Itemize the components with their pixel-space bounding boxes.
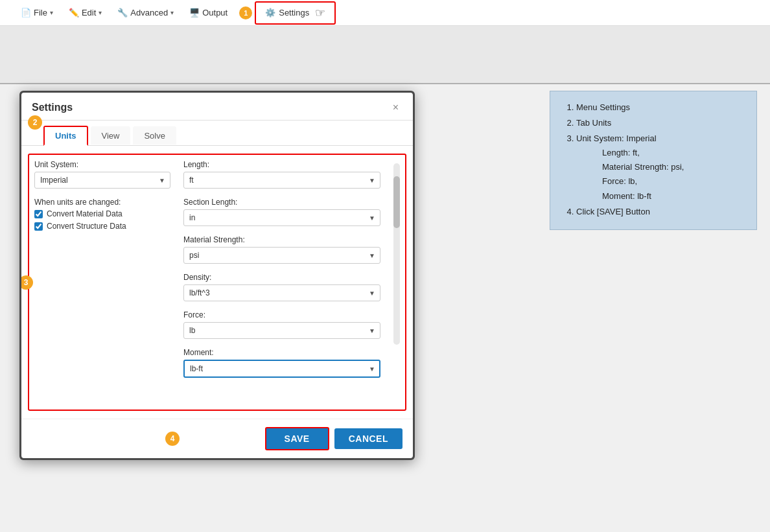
output-icon: 🖥️ xyxy=(189,8,200,17)
dialog-title: Settings xyxy=(32,102,73,113)
convert-structure-text: Convert Structure Data xyxy=(47,222,126,231)
material-strength-select-wrapper: psi ksi MPa ▼ xyxy=(183,247,380,264)
edit-menu[interactable]: ✏️ Edit ▾ xyxy=(61,4,110,21)
force-select-wrapper: lb kip N ▼ xyxy=(183,322,380,339)
content-panel: Unit System: Imperial Metric SI ▼ xyxy=(28,154,406,411)
moment-group: Moment: lb-ft lb-in kip-ft N-m ▼ xyxy=(183,348,380,378)
length-select-wrapper: ft in m ▼ xyxy=(183,172,380,189)
material-strength-group: Material Strength: psi ksi MPa ▼ xyxy=(183,235,380,264)
right-column: Length: ft in m ▼ Section xyxy=(183,160,380,404)
edit-icon: ✏️ xyxy=(69,8,79,17)
length-select[interactable]: ft in m xyxy=(183,172,380,189)
convert-structure-label[interactable]: Convert Structure Data xyxy=(34,222,170,231)
annotation-item-4: Click [SAVE] Button xyxy=(576,205,745,219)
advanced-icon: 🔧 xyxy=(117,8,128,17)
file-label: File xyxy=(34,8,47,17)
annotation-list: Menu Settings Tab Units Unit System: Imp… xyxy=(562,100,745,219)
annotation-moment: Moment: lb-ft xyxy=(576,189,745,203)
unit-system-select-wrapper: Imperial Metric SI ▼ xyxy=(34,172,170,189)
dialog-close-button[interactable]: × xyxy=(389,100,402,115)
settings-menu[interactable]: ⚙️ Settings ☞ xyxy=(255,1,336,25)
length-group: Length: ft in m ▼ xyxy=(183,160,380,189)
length-label: Length: xyxy=(183,160,380,169)
advanced-menu[interactable]: 🔧 Advanced ▾ xyxy=(110,4,181,21)
force-select[interactable]: lb kip N xyxy=(183,322,380,339)
convert-material-text: Convert Material Data xyxy=(47,209,122,218)
density-label: Density: xyxy=(183,273,380,282)
tab-bar: 2 Units View Solve xyxy=(21,121,413,146)
edit-label: Edit xyxy=(82,8,96,17)
file-icon: 📄 xyxy=(21,8,31,17)
when-changed-group: When units are changed: Convert Material… xyxy=(34,198,170,231)
annotation-item-1: Menu Settings xyxy=(576,100,745,115)
unit-system-group: Unit System: Imperial Metric SI ▼ xyxy=(34,160,170,189)
force-label: Force: xyxy=(183,310,380,319)
scrollbar-track[interactable] xyxy=(393,163,400,345)
convert-structure-checkbox[interactable] xyxy=(34,222,43,231)
menu-bar: 📄 File ▾ ✏️ Edit ▾ 🔧 Advanced ▾ 🖥️ Outpu… xyxy=(0,0,770,26)
annotation-panel: Menu Settings Tab Units Unit System: Imp… xyxy=(550,91,757,230)
cancel-button[interactable]: CANCEL xyxy=(334,428,402,449)
settings-dialog: Settings × 2 Units View Solve 3 xyxy=(21,93,413,458)
annotation-item-3: Unit System: Imperial Length: ft, Materi… xyxy=(576,132,745,203)
settings-label: Settings xyxy=(279,8,309,17)
dialog-background: Settings × 2 Units View Solve 3 xyxy=(19,91,415,460)
convert-material-label[interactable]: Convert Material Data xyxy=(34,209,170,218)
output-menu[interactable]: 🖥️ Output xyxy=(181,4,235,21)
force-group: Force: lb kip N ▼ xyxy=(183,310,380,339)
file-menu[interactable]: 📄 File ▾ xyxy=(13,4,61,21)
section-length-label: Section Length: xyxy=(183,198,380,207)
dialog-body: 3 Unit System: Imperial Metric SI xyxy=(21,146,413,419)
moment-select-wrapper: lb-ft lb-in kip-ft N-m ▼ xyxy=(183,360,380,378)
cursor-icon: ☞ xyxy=(315,6,325,20)
section-length-select-wrapper: in ft m ▼ xyxy=(183,209,380,226)
save-button[interactable]: SAVE xyxy=(265,427,329,450)
edit-arrow: ▾ xyxy=(99,9,102,16)
annotation-length: Length: ft, xyxy=(576,146,745,160)
tab-solve-label: Solve xyxy=(144,131,165,141)
tab-view[interactable]: View xyxy=(91,126,131,145)
material-strength-label: Material Strength: xyxy=(183,235,380,244)
unit-system-label: Unit System: xyxy=(34,160,170,169)
settings-icon: ⚙️ xyxy=(265,8,275,17)
main-layout: Settings × 2 Units View Solve 3 xyxy=(0,84,770,532)
dialog-footer: 4 SAVE CANCEL xyxy=(21,419,413,458)
step2-badge: 2 xyxy=(28,115,42,130)
tab-units[interactable]: Units xyxy=(43,126,88,146)
tab-solve[interactable]: Solve xyxy=(133,126,176,145)
moment-label: Moment: xyxy=(183,348,380,357)
section-length-select[interactable]: in ft m xyxy=(183,209,380,226)
advanced-label: Advanced xyxy=(130,8,168,17)
left-column: Unit System: Imperial Metric SI ▼ xyxy=(34,160,170,404)
menu-badge: 1 xyxy=(239,6,252,19)
file-arrow: ▾ xyxy=(50,9,53,16)
annotation-material-strength: Material Strength: psi, xyxy=(576,160,745,174)
output-label: Output xyxy=(202,8,228,17)
unit-system-select[interactable]: Imperial Metric SI xyxy=(34,172,170,189)
moment-select[interactable]: lb-ft lb-in kip-ft N-m xyxy=(183,360,380,378)
dialog-header: Settings × xyxy=(21,93,413,121)
content-area xyxy=(0,26,770,84)
annotation-force: Force: lb, xyxy=(576,174,745,189)
density-select[interactable]: lb/ft^3 kg/m^3 xyxy=(183,284,380,301)
scrollbar-thumb[interactable] xyxy=(393,176,400,228)
section-length-group: Section Length: in ft m ▼ xyxy=(183,198,380,226)
annotation-item-2: Tab Units xyxy=(576,116,745,130)
convert-material-checkbox[interactable] xyxy=(34,210,43,218)
when-changed-label: When units are changed: xyxy=(34,198,170,207)
material-strength-select[interactable]: psi ksi MPa xyxy=(183,247,380,264)
density-group: Density: lb/ft^3 kg/m^3 ▼ xyxy=(183,273,380,301)
tab-view-label: View xyxy=(102,131,120,141)
step4-badge: 4 xyxy=(165,432,180,446)
density-select-wrapper: lb/ft^3 kg/m^3 ▼ xyxy=(183,284,380,301)
tab-units-label: Units xyxy=(55,131,76,141)
advanced-arrow: ▾ xyxy=(170,9,174,16)
